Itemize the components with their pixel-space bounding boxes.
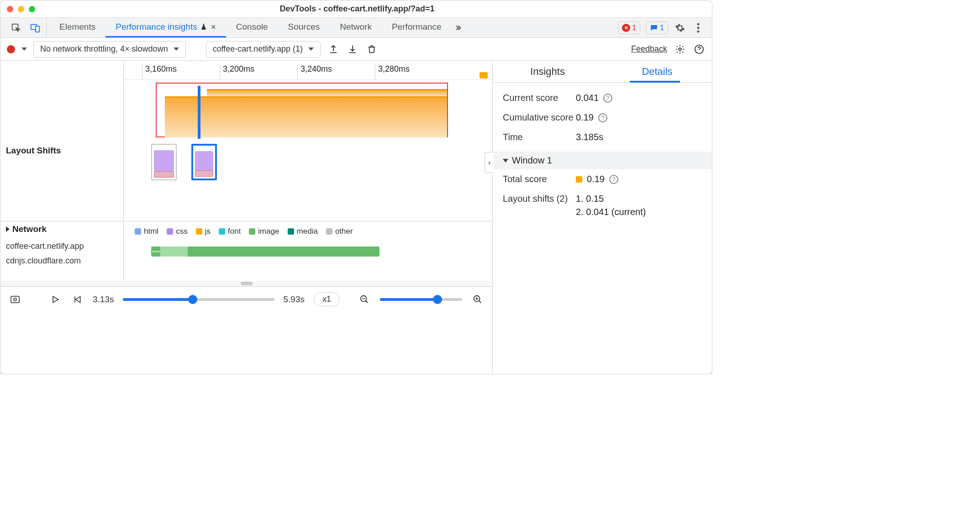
svg-point-4 bbox=[697, 26, 700, 29]
recording-value: coffee-cart.netlify.app (1) bbox=[213, 44, 303, 54]
help-icon[interactable]: ? bbox=[603, 94, 612, 103]
tab-elements[interactable]: Elements bbox=[49, 18, 105, 37]
svg-point-5 bbox=[697, 30, 700, 32]
network-label-column: Network coffee-cart.netlify.app cdnjs.cl… bbox=[0, 221, 124, 281]
recording-select[interactable]: coffee-cart.netlify.app (1) bbox=[206, 41, 321, 58]
zoom-in-icon[interactable] bbox=[471, 293, 484, 306]
svg-rect-8 bbox=[11, 296, 19, 303]
inspect-icon[interactable] bbox=[10, 21, 22, 34]
throttling-value: No network throttling, 4× slowdown bbox=[40, 44, 168, 54]
detail-window-section[interactable]: Window 1 bbox=[493, 152, 712, 169]
record-button[interactable] bbox=[7, 45, 15, 53]
trash-icon[interactable] bbox=[365, 43, 378, 56]
settings-gear-icon[interactable] bbox=[674, 21, 686, 34]
minimize-window-icon[interactable] bbox=[18, 6, 24, 12]
maximize-window-icon[interactable] bbox=[29, 6, 35, 12]
playback-speed-button[interactable]: x1 bbox=[314, 292, 340, 306]
tab-performance-insights[interactable]: Performance insights × bbox=[105, 18, 226, 37]
detail-time: Time 3.185s bbox=[503, 127, 702, 147]
ruler-label-empty bbox=[0, 61, 124, 80]
layout-shift-thumbnail[interactable] bbox=[151, 144, 177, 180]
tab-console[interactable]: Console bbox=[226, 18, 278, 37]
errors-badge[interactable]: × 1 bbox=[618, 21, 640, 34]
network-content[interactable]: html css js font image media other bbox=[124, 221, 492, 281]
shift-entry[interactable]: 2. 0.041 (current) bbox=[576, 207, 646, 217]
panel-settings-gear-icon[interactable] bbox=[674, 43, 686, 56]
more-options-icon[interactable] bbox=[692, 21, 705, 34]
timeline-scrubber[interactable] bbox=[123, 298, 274, 301]
window-title: DevTools - coffee-cart.netlify.app/?ad=1 bbox=[45, 4, 706, 14]
messages-badge[interactable]: 1 bbox=[646, 21, 668, 34]
side-panel: › Insights Details Current score 0.041? … bbox=[493, 61, 712, 374]
flask-icon bbox=[200, 23, 207, 31]
chevron-down-icon bbox=[174, 47, 179, 51]
preview-toggle-icon[interactable] bbox=[9, 293, 21, 306]
legend-font: font bbox=[219, 227, 241, 236]
svg-rect-2 bbox=[36, 26, 39, 32]
svg-point-6 bbox=[679, 48, 681, 51]
close-tab-icon[interactable]: × bbox=[211, 22, 216, 32]
tab-label: Network bbox=[340, 22, 372, 32]
disclosure-icon bbox=[503, 159, 508, 163]
svg-point-9 bbox=[14, 298, 16, 301]
network-host: cdnjs.cloudflare.com bbox=[6, 253, 84, 268]
ruler-tick: 3,280ms bbox=[375, 64, 410, 80]
layout-shifts-track: Layout Shifts bbox=[0, 80, 492, 221]
help-icon[interactable]: ? bbox=[609, 175, 618, 184]
help-icon[interactable] bbox=[693, 43, 706, 56]
collapse-sidepanel-icon[interactable]: › bbox=[485, 152, 494, 173]
tab-performance[interactable]: Performance bbox=[382, 18, 452, 37]
insights-toolbar: No network throttling, 4× slowdown coffe… bbox=[0, 38, 712, 61]
ruler-tick: 3,160ms bbox=[142, 64, 177, 80]
detail-cumulative-score: Cumulative score 0.19? bbox=[503, 108, 702, 127]
network-track: Network coffee-cart.netlify.app cdnjs.cl… bbox=[0, 221, 492, 281]
ruler-row: 3,160ms 3,200ms 3,240ms 3,280ms bbox=[0, 61, 492, 80]
upload-icon[interactable] bbox=[327, 43, 340, 56]
expand-network-icon[interactable] bbox=[6, 226, 10, 232]
feedback-link[interactable]: Feedback bbox=[631, 44, 667, 54]
ruler-content[interactable]: 3,160ms 3,200ms 3,240ms 3,280ms bbox=[124, 61, 492, 80]
throttling-select[interactable]: No network throttling, 4× slowdown bbox=[33, 41, 186, 58]
layout-shifts-label: Layout Shifts bbox=[0, 80, 124, 221]
error-dot-icon: × bbox=[622, 24, 630, 32]
legend-other: other bbox=[326, 227, 353, 236]
legend-html: html bbox=[135, 227, 158, 236]
legend-css: css bbox=[167, 227, 188, 236]
ruler-tick: 3,240ms bbox=[297, 64, 332, 80]
score-swatch-icon bbox=[576, 176, 582, 183]
sidepanel-tab-insights[interactable]: Insights bbox=[493, 61, 602, 82]
playbar-end-time: 5.93s bbox=[284, 294, 305, 304]
record-dropdown-icon[interactable] bbox=[21, 47, 27, 51]
tab-sources[interactable]: Sources bbox=[278, 18, 330, 37]
network-bar-image[interactable] bbox=[151, 247, 379, 257]
tab-label: Console bbox=[236, 22, 268, 32]
detail-current-score: Current score 0.041? bbox=[503, 88, 702, 108]
download-icon[interactable] bbox=[346, 43, 359, 56]
tab-network[interactable]: Network bbox=[330, 18, 382, 37]
close-window-icon[interactable] bbox=[7, 6, 13, 12]
more-tabs-icon[interactable] bbox=[452, 21, 464, 34]
tab-label: Sources bbox=[288, 22, 320, 32]
help-icon[interactable]: ? bbox=[598, 113, 607, 122]
device-toggle-icon[interactable] bbox=[29, 21, 42, 34]
errors-count: 1 bbox=[632, 24, 636, 32]
cls-bar-1[interactable] bbox=[165, 96, 447, 137]
messages-count: 1 bbox=[660, 24, 664, 32]
layout-shift-thumbnail-selected[interactable] bbox=[191, 144, 217, 180]
rewind-icon[interactable] bbox=[71, 293, 84, 306]
zoom-slider[interactable] bbox=[380, 298, 462, 301]
network-label: Network bbox=[12, 224, 47, 234]
sidepanel-tab-details[interactable]: Details bbox=[602, 61, 712, 82]
ruler-tick: 3,200ms bbox=[220, 64, 254, 80]
layout-shifts-content[interactable] bbox=[124, 80, 492, 221]
mini-scrollbar[interactable] bbox=[0, 281, 492, 286]
legend-image: image bbox=[249, 227, 279, 236]
chevron-down-icon bbox=[308, 47, 314, 51]
cls-marker-icon[interactable] bbox=[479, 72, 488, 79]
zoom-out-icon[interactable] bbox=[358, 293, 371, 306]
network-host: coffee-cart.netlify.app bbox=[6, 239, 84, 253]
cls-bar-2[interactable] bbox=[207, 89, 447, 96]
play-icon[interactable] bbox=[49, 293, 62, 306]
playhead-icon[interactable] bbox=[198, 86, 200, 139]
shift-entry[interactable]: 1. 0.15 bbox=[576, 194, 604, 204]
